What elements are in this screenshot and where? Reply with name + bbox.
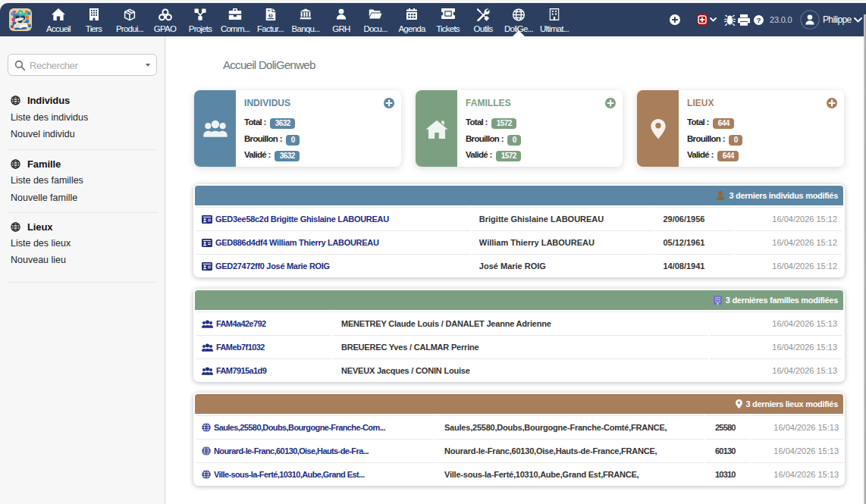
svg-text:?: ?: [757, 15, 761, 23]
